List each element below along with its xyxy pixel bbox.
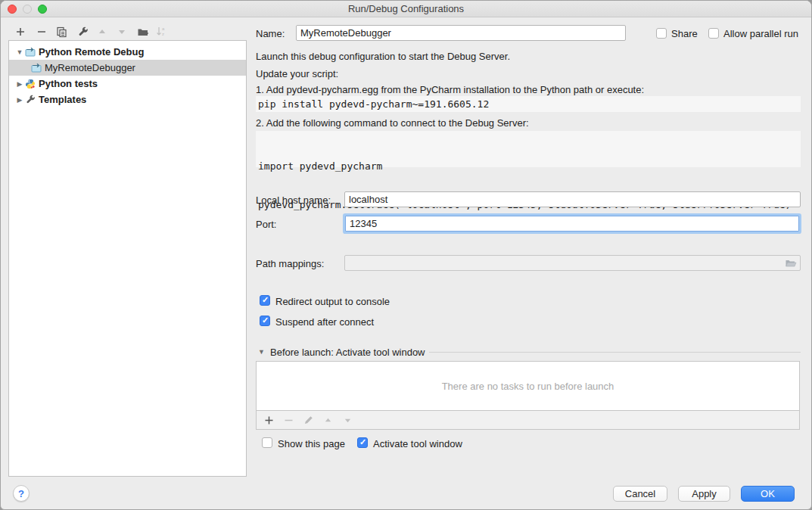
move-up-button[interactable] [95,25,109,39]
activate-tool-window-checkbox[interactable] [357,437,368,448]
remove-task-button[interactable] [282,414,294,426]
arrow-up-icon [98,27,107,36]
add-configuration-button[interactable] [14,25,27,39]
open-folder-icon[interactable] [785,258,797,271]
move-task-down-button[interactable] [341,414,353,426]
window-title: Run/Debug Configurations [1,3,811,14]
run-debug-configurations-dialog: Run/Debug Configurations az ▼ Python Rem… [0,0,812,510]
suspend-after-connect-label: Suspend after connect [275,316,374,328]
ok-button[interactable]: OK [741,486,795,502]
local-host-name-label: Local host name: [256,194,331,206]
minus-icon [284,415,294,425]
copy-icon [56,26,67,38]
show-this-page-label: Show this page [278,438,345,449]
add-task-button[interactable] [263,414,275,426]
help-button[interactable]: ? [13,485,30,502]
copy-configuration-button[interactable] [54,25,68,39]
no-tasks-message: There are no tasks to run before launch [442,381,614,392]
allow-parallel-run-checkbox[interactable] [708,28,719,39]
activate-tool-window-label: Activate tool window [373,438,462,449]
remote-debug-icon [31,63,42,73]
instruction-step-2: 2. Add the following command to connect … [256,117,529,129]
show-this-page-checkbox[interactable] [262,437,272,448]
arrow-down-icon [344,416,352,424]
chevron-right-icon[interactable]: ▶ [14,96,25,104]
before-launch-title: Before launch: Activate tool window [270,347,425,358]
edit-defaults-button[interactable] [76,25,89,39]
apply-button[interactable]: Apply [678,486,730,502]
minus-icon [36,26,47,37]
sort-az-icon: az [155,26,167,38]
tree-item-label: Python tests [39,78,98,89]
tree-item-label: MyRemoteDebugger [45,62,135,73]
titlebar[interactable]: Run/Debug Configurations [1,1,811,17]
python-tests-icon [25,79,36,89]
code-line: import pydevd_pycharm [258,160,798,173]
local-host-name-input[interactable] [344,191,801,207]
configurations-tree: ▼ Python Remote Debug MyRemoteDebugger ▶… [8,40,247,477]
redirect-output-checkbox[interactable] [260,295,270,306]
before-launch-tasks-list[interactable]: There are no tasks to run before launch [256,361,800,411]
before-launch-separator [429,352,801,353]
folder-plus-icon [137,26,149,38]
sort-configurations-button[interactable]: az [154,25,168,39]
tree-item-python-remote-debug[interactable]: ▼ Python Remote Debug [9,44,246,60]
name-label: Name: [256,28,285,39]
wrench-icon [77,26,89,38]
edit-task-button[interactable] [302,414,314,426]
move-down-button[interactable] [115,25,129,39]
share-checkbox[interactable] [656,28,667,39]
name-input[interactable] [296,25,626,41]
plus-icon [15,26,26,37]
settrace-code-block: import pydevd_pycharm pydevd_pycharm.set… [256,131,801,167]
tree-item-label: Python Remote Debug [39,46,144,58]
remote-debug-icon [25,47,36,58]
tree-item-python-tests[interactable]: ▶ Python tests [9,76,246,92]
chevron-down-icon[interactable]: ▼ [14,48,25,56]
redirect-output-label: Redirect output to console [275,296,390,307]
instruction-step-1: 1. Add pydevd-pycharm.egg from the PyCha… [256,84,644,95]
port-label: Port: [256,219,276,230]
tree-item-label: Templates [39,94,86,105]
instruction-line-2: Update your script: [256,68,338,79]
instruction-line-1: Launch this debug configuration to start… [256,51,510,62]
arrow-up-icon [324,416,332,424]
cancel-button[interactable]: Cancel [613,486,667,502]
remove-configuration-button[interactable] [35,25,48,39]
pip-install-code-block: pip install pydevd-pycharm~=191.6605.12 [256,96,801,112]
port-input[interactable] [345,216,799,232]
move-task-up-button[interactable] [322,414,334,426]
svg-text:a: a [162,26,165,31]
path-mappings-field[interactable] [344,255,801,271]
share-label: Share [671,28,698,39]
tree-item-myremotedebugger[interactable]: MyRemoteDebugger [9,60,246,76]
pencil-icon [303,415,313,425]
chevron-right-icon[interactable]: ▶ [14,80,25,88]
arrow-down-icon [117,27,126,36]
tree-item-templates[interactable]: ▶ Templates [9,92,246,107]
path-mappings-label: Path mappings: [256,258,324,269]
svg-text:z: z [162,32,164,36]
wrench-icon [25,95,36,105]
allow-parallel-run-label: Allow parallel run [723,28,798,39]
before-launch-collapse-icon[interactable]: ▼ [258,348,265,356]
new-folder-button[interactable] [136,25,150,39]
suspend-after-connect-checkbox[interactable] [260,316,270,326]
plus-icon [264,415,274,425]
before-launch-toolbar [256,411,800,430]
help-label: ? [18,488,24,499]
